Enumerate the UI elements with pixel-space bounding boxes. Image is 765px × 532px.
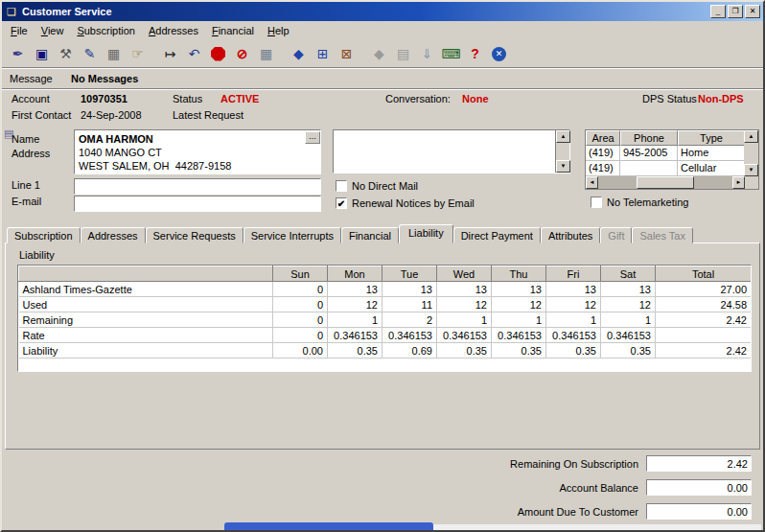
liability-row[interactable]: Liability0.000.350.690.350.350.350.352.4… xyxy=(19,343,752,359)
liability-row[interactable]: Remaining01211112.42 xyxy=(19,312,752,328)
transfer-in-icon-glyph: ⊞ xyxy=(317,46,329,61)
phone-grid-cell[interactable] xyxy=(620,161,678,176)
tab-attributes[interactable]: Attributes xyxy=(541,227,600,243)
memo-box[interactable]: ▲ ▼ xyxy=(333,129,570,173)
liability-panel: Liability SunMonTueWedThuFriSatTotal Ash… xyxy=(5,243,760,450)
menu-help[interactable]: Help xyxy=(261,23,296,38)
tab-direct-payment[interactable]: Direct Payment xyxy=(453,227,541,243)
menu-view[interactable]: View xyxy=(35,23,71,38)
note-icon[interactable]: ✎ xyxy=(78,42,102,65)
message-value: No Messages xyxy=(71,73,138,84)
phone-grid-hscrollbar[interactable]: ◄ ► xyxy=(586,176,745,189)
checkbox-icon[interactable]: ✔ xyxy=(336,197,347,209)
calendar-icon[interactable]: ▦ xyxy=(102,42,126,65)
liability-row[interactable]: Rate00.3461530.3461530.3461530.3461530.3… xyxy=(19,328,752,343)
window-controls: _❐✕ xyxy=(708,5,760,18)
summary-row: Amount Due To Customer0.00 xyxy=(2,503,763,520)
summary-value-box[interactable]: 0.00 xyxy=(646,503,752,520)
document-icon: ▤ xyxy=(391,42,415,65)
tab-financial[interactable]: Financial xyxy=(341,227,399,243)
phone-grid-cell[interactable]: Cellular xyxy=(678,161,745,176)
liability-row[interactable]: Ashland Times-Gazette013131313131327.00 xyxy=(19,282,752,297)
liability-cell: 0 xyxy=(273,328,328,343)
renewal-notices-checkbox[interactable]: ✔ Renewal Notices by Email xyxy=(336,197,475,209)
grid-icon[interactable]: ▦ xyxy=(254,42,278,65)
checkbox-icon[interactable] xyxy=(591,197,602,208)
tools-icon[interactable]: ⚒ xyxy=(54,42,78,65)
email-input[interactable] xyxy=(74,196,321,212)
scroll-down-icon[interactable]: ▼ xyxy=(744,164,758,176)
goto-icon[interactable]: ↦ xyxy=(158,42,182,65)
liability-row-label: Liability xyxy=(19,343,273,359)
undo-icon[interactable]: ↶ xyxy=(182,42,206,65)
checkbox-icon[interactable] xyxy=(336,180,347,192)
phone-grid-cell[interactable]: (419) xyxy=(586,161,620,176)
phone-grid-row[interactable]: (419)Cellular xyxy=(586,161,758,176)
scroll-thumb[interactable] xyxy=(637,176,694,189)
first-contact-label: First Contact xyxy=(12,109,71,121)
export-icon[interactable]: ⇓ xyxy=(415,42,439,65)
liability-cell: 24.58 xyxy=(656,297,752,312)
phone-grid-vscrollbar[interactable]: ▲ ▼ xyxy=(744,130,758,176)
scroll-right-icon[interactable]: ► xyxy=(732,176,745,189)
properties-icon[interactable]: ☞ xyxy=(126,42,150,65)
close-session-icon-glyph: ✕ xyxy=(492,47,506,61)
minimize-button[interactable]: _ xyxy=(710,5,726,18)
diamond-icon-glyph: ◆ xyxy=(293,46,304,61)
liability-cell: 1 xyxy=(328,312,382,328)
diamond-icon[interactable]: ◆ xyxy=(287,42,311,65)
keyboard-icon[interactable]: ⌨ xyxy=(439,42,463,65)
contact-section: ▤ Name Address Line 1 E-mail OMA HARMON … xyxy=(2,127,763,224)
no-telemarketing-checkbox[interactable]: No Telemarketing xyxy=(591,197,688,208)
pen-icon[interactable]: ✒ xyxy=(6,42,30,65)
tab-addresses[interactable]: Addresses xyxy=(81,227,146,243)
summary-value-box[interactable]: 2.42 xyxy=(646,455,752,472)
summary-value-box[interactable]: 0.00 xyxy=(646,479,752,496)
name-lookup-button[interactable]: ... xyxy=(305,131,320,144)
save-icon[interactable]: ▣ xyxy=(30,42,54,65)
menu-bar: FileViewSubscriptionAddressesFinancialHe… xyxy=(2,21,763,40)
menu-subscription[interactable]: Subscription xyxy=(70,23,142,38)
cancel-icon-glyph: ⊘ xyxy=(237,46,248,61)
summary-fields: Remaining On Subscription2.42Account Bal… xyxy=(2,450,763,521)
memo-scrollbar[interactable]: ▲ ▼ xyxy=(555,130,569,173)
phone-grid-header-area[interactable]: Area xyxy=(586,130,620,146)
name-address-box[interactable]: OMA HARMON 1040 MANGO CT WEST SALEM, OH … xyxy=(74,129,321,174)
scroll-up-icon[interactable]: ▲ xyxy=(556,130,570,143)
phone-grid-header-phone[interactable]: Phone xyxy=(620,130,678,146)
help-icon[interactable]: ? xyxy=(463,42,487,65)
close-session-icon[interactable]: ✕ xyxy=(487,42,511,65)
phone-grid-row[interactable]: (419)945-2005Home xyxy=(586,146,758,161)
menu-addresses[interactable]: Addresses xyxy=(142,23,205,38)
menu-file[interactable]: File xyxy=(4,23,35,38)
transfer-in-icon[interactable]: ⊞ xyxy=(311,42,335,65)
close-button[interactable]: ✕ xyxy=(745,5,760,18)
contact-name[interactable]: OMA HARMON xyxy=(79,132,316,146)
scroll-up-icon[interactable]: ▲ xyxy=(744,130,758,143)
stop-icon[interactable] xyxy=(206,42,230,65)
scroll-left-icon[interactable]: ◄ xyxy=(586,176,598,189)
tab-service-requests[interactable]: Service Requests xyxy=(146,227,243,243)
liability-cell: 0.35 xyxy=(492,343,546,359)
contact-address-line1[interactable]: 1040 MANGO CT xyxy=(79,146,316,159)
phone-grid-cell[interactable]: (419) xyxy=(586,146,620,161)
cancel-icon[interactable]: ⊘ xyxy=(230,42,254,65)
liability-col-header: Sat xyxy=(601,266,656,282)
phone-grid-cell[interactable]: Home xyxy=(678,146,745,161)
liability-cell: 1 xyxy=(601,312,656,328)
menu-financial[interactable]: Financial xyxy=(205,23,261,38)
tab-service-interrupts[interactable]: Service Interrupts xyxy=(243,227,341,243)
line1-input[interactable] xyxy=(74,178,321,195)
transfer-out-icon[interactable]: ⊠ xyxy=(335,42,359,65)
title-bar[interactable]: ❏ Customer Service _❐✕ xyxy=(2,2,763,21)
liability-row[interactable]: Used012111212121224.58 xyxy=(19,297,752,312)
maximize-button[interactable]: ❐ xyxy=(728,5,743,18)
phone-grid-header-type[interactable]: Type xyxy=(678,130,745,146)
liability-cell: 0 xyxy=(273,282,328,297)
tab-liability[interactable]: Liability xyxy=(399,224,453,243)
no-direct-mail-checkbox[interactable]: No Direct Mail xyxy=(336,180,418,192)
contact-address-line2[interactable]: WEST SALEM, OH 44287-9158 xyxy=(79,159,316,173)
scroll-down-icon[interactable]: ▼ xyxy=(556,160,570,173)
tab-subscription[interactable]: Subscription xyxy=(7,227,81,243)
phone-grid-cell[interactable]: 945-2005 xyxy=(620,146,678,161)
